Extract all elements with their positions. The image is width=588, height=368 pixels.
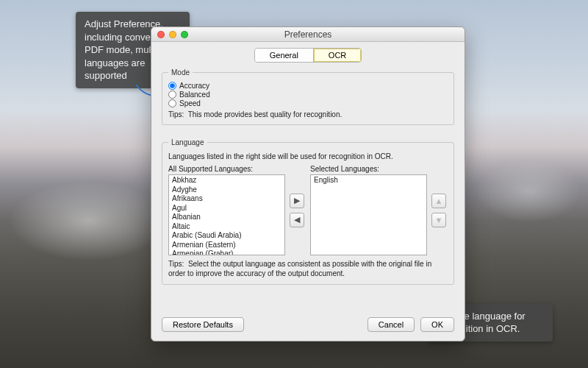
remove-language-button[interactable]: ◀ <box>290 213 304 227</box>
language-legend: Language <box>168 138 207 146</box>
list-item[interactable]: English <box>311 176 426 185</box>
tips-text: Select the output language as consistent… <box>168 260 431 277</box>
all-languages-list[interactable]: AbkhazAdygheAfrikaansAgulAlbanianAltaicA… <box>168 174 285 255</box>
selected-languages-label: Selected Languages: <box>310 165 427 173</box>
radio-label: Balanced <box>179 91 210 99</box>
preferences-window: Preferences General OCR Mode Accuracy Ba… <box>151 26 465 342</box>
mode-legend: Mode <box>168 68 193 77</box>
language-group: Language Languages listed in the right s… <box>162 138 454 285</box>
tab-bar: General OCR <box>151 48 465 63</box>
tips-text: This mode provides best quality for reco… <box>188 110 343 118</box>
radio-balanced[interactable] <box>168 91 176 99</box>
restore-defaults-button[interactable]: Restore Defaults <box>162 317 244 332</box>
mode-group: Mode Accuracy Balanced Speed Tips: This … <box>162 68 454 125</box>
list-item[interactable]: Arabic (Saudi Arabia) <box>169 231 284 241</box>
arrow-down-icon: ▼ <box>435 216 443 224</box>
list-item[interactable]: Afrikaans <box>169 194 284 204</box>
list-item[interactable]: Adyghe <box>169 185 284 195</box>
arrow-left-icon: ◀ <box>294 215 300 224</box>
selected-languages-list[interactable]: English <box>310 174 427 255</box>
list-item[interactable]: Agul <box>169 204 284 213</box>
all-languages-label: All Supported Languages: <box>168 165 285 173</box>
tips-label: Tips: <box>168 260 184 268</box>
radio-label: Accuracy <box>179 82 209 90</box>
move-up-button[interactable]: ▲ <box>431 194 446 208</box>
tab-ocr[interactable]: OCR <box>313 49 361 62</box>
move-down-button[interactable]: ▼ <box>431 213 446 227</box>
tab-general[interactable]: General <box>255 49 313 62</box>
arrow-up-icon: ▲ <box>435 197 443 205</box>
titlebar: Preferences <box>151 27 465 42</box>
radio-label: Speed <box>179 99 201 107</box>
radio-speed[interactable] <box>168 99 176 107</box>
list-item[interactable]: Abkhaz <box>169 176 284 185</box>
cancel-button[interactable]: Cancel <box>368 317 415 332</box>
list-item[interactable]: Albanian <box>169 213 284 222</box>
ok-button[interactable]: OK <box>420 317 454 332</box>
arrow-right-icon: ▶ <box>294 196 300 205</box>
list-item[interactable]: Armenian (Grabar) <box>169 250 284 255</box>
language-desc: Languages listed in the right side will … <box>168 152 448 160</box>
list-item[interactable]: Armenian (Eastern) <box>169 241 284 250</box>
tips-label: Tips: <box>168 110 184 118</box>
add-language-button[interactable]: ▶ <box>290 194 304 208</box>
list-item[interactable]: Altaic <box>169 222 284 232</box>
window-title: Preferences <box>151 29 465 40</box>
radio-accuracy[interactable] <box>168 82 176 90</box>
